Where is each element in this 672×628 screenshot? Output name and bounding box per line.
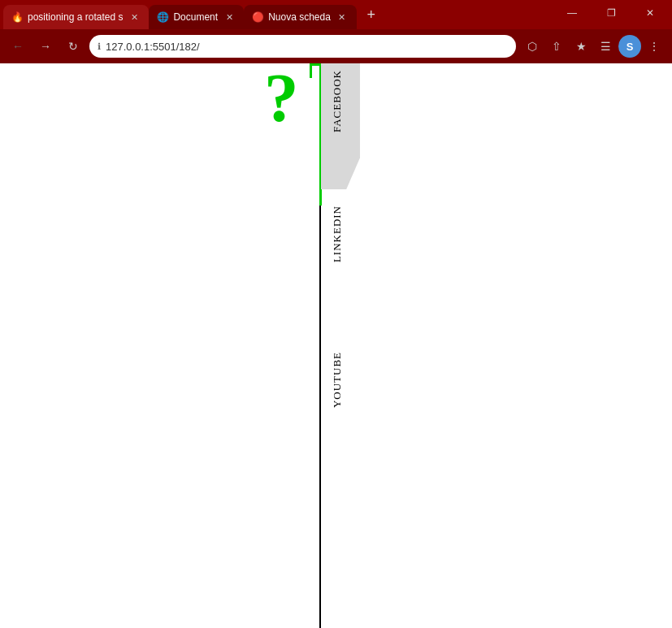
menu-button[interactable]: ⋮: [643, 35, 665, 58]
tab-document[interactable]: 🌐 Document ✕: [149, 5, 244, 29]
address-info-icon: ℹ: [98, 41, 101, 52]
forward-button[interactable]: →: [34, 35, 57, 58]
linkedin-label: LINKEDIN: [331, 206, 344, 262]
address-input-container[interactable]: ℹ 127.0.0.1:5501/182/: [89, 35, 516, 58]
tab2-title: Document: [173, 11, 218, 23]
bookmark-button[interactable]: ★: [570, 35, 592, 58]
restore-button[interactable]: ❐: [592, 2, 630, 24]
toolbar-actions: ⬡ ⇧ ★ ☰ S ⋮: [521, 35, 665, 58]
page-content: ? FACEBOOK LINKEDIN YOUTUBE: [0, 63, 672, 628]
tab1-favicon: 🔥: [11, 11, 23, 23]
tab3-favicon: 🔴: [252, 11, 263, 23]
new-tab-button[interactable]: +: [360, 3, 383, 26]
tab2-favicon: 🌐: [157, 11, 168, 23]
question-mark-annotation: ?: [264, 63, 299, 132]
green-bracket-left: [310, 63, 312, 78]
tab3-close[interactable]: ✕: [336, 11, 349, 24]
tab3-title: Nuova scheda: [268, 11, 331, 23]
tabs-area: 🔥 positioning a rotated s ✕ 🌐 Document ✕…: [3, 0, 553, 29]
sidebar-button[interactable]: ☰: [594, 35, 617, 58]
address-text: 127.0.0.1:5501/182/: [106, 41, 200, 53]
close-button[interactable]: ✕: [631, 2, 669, 24]
minimize-button[interactable]: —: [553, 2, 591, 24]
reload-button[interactable]: ↻: [62, 35, 85, 58]
tab-nuova[interactable]: 🔴 Nuova scheda ✕: [244, 5, 357, 29]
youtube-label: YOUTUBE: [331, 352, 344, 408]
vertical-black-line: [319, 206, 321, 628]
tab2-close[interactable]: ✕: [223, 11, 236, 24]
address-bar: ← → ↻ ℹ 127.0.0.1:5501/182/ ⬡ ⇧ ★ ☰ S ⋮: [0, 29, 672, 63]
back-button[interactable]: ←: [7, 35, 29, 58]
tab1-title: positioning a rotated s: [28, 11, 123, 23]
window-controls: — ❐ ✕: [553, 0, 669, 24]
share-button[interactable]: ⇧: [545, 35, 568, 58]
facebook-label: FACEBOOK: [331, 70, 344, 132]
title-bar: 🔥 positioning a rotated s ✕ 🌐 Document ✕…: [0, 0, 672, 29]
tab-positioning[interactable]: 🔥 positioning a rotated s ✕: [3, 5, 149, 29]
tab1-close[interactable]: ✕: [128, 11, 141, 24]
translate-button[interactable]: ⬡: [521, 35, 544, 58]
profile-button[interactable]: S: [618, 35, 641, 58]
browser-frame: 🔥 positioning a rotated s ✕ 🌐 Document ✕…: [0, 0, 672, 628]
